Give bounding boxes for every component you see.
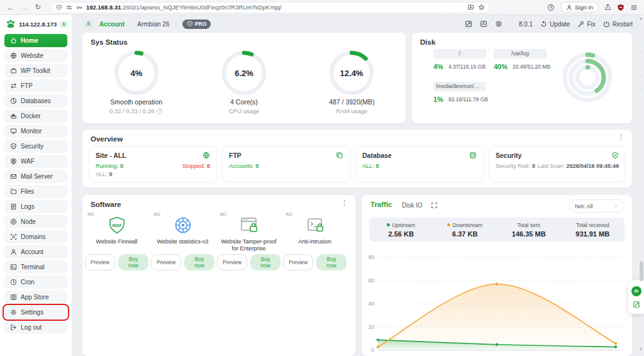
statistics-icon (174, 216, 192, 235)
wrench-icon (577, 21, 584, 28)
address-bar[interactable]: 192.168.8.31:26021/apsess_NQJEYkH9xU0dFe… (50, 2, 491, 13)
theme-sun-icon[interactable] (495, 20, 502, 28)
share-icon[interactable] (604, 4, 611, 11)
sidebar-item-security[interactable]: Security (4, 140, 67, 153)
update-button[interactable]: Update (540, 21, 570, 28)
browser-menu-icon[interactable] (630, 4, 638, 11)
buy-now-button[interactable]: Buy now (118, 254, 148, 270)
ad-label: AD (153, 211, 160, 217)
transfer-icon (10, 82, 17, 89)
preview-button[interactable]: Preview (151, 254, 181, 270)
svg-text:20: 20 (369, 324, 375, 330)
buy-now-button[interactable]: Buy now (250, 254, 280, 270)
sidebar-item-account[interactable]: Account (4, 245, 67, 259)
gauge-label: 487 / 3920(MB) (329, 98, 374, 106)
os-label: Armbian 26 (137, 21, 169, 28)
avatar[interactable] (84, 19, 94, 29)
preview-button[interactable]: Preview (217, 254, 247, 270)
site-settings-icon[interactable] (66, 4, 72, 11)
tab-disk-io[interactable]: Disk IO (402, 202, 423, 209)
sidebar-item-mail-server[interactable]: Mail Server (4, 170, 67, 183)
sidebar-item-cron[interactable]: Cron (4, 275, 67, 289)
account-link[interactable]: Account (99, 21, 125, 28)
shield-check-icon (611, 152, 619, 159)
pro-badge[interactable]: PRO (182, 19, 211, 29)
traffic-chart[interactable]: 806040200 (362, 247, 632, 356)
disk-usage-rings (561, 51, 614, 104)
gauge-0: 4%Smooth operation0.32 / 0.33 / 0.28? (82, 49, 190, 114)
net-interface-select[interactable]: Net: All (569, 199, 625, 213)
sidebar-item-ftp[interactable]: FTP (4, 79, 67, 92)
feedback-icon[interactable] (465, 20, 472, 28)
scrollbar-thumb[interactable] (640, 261, 643, 281)
reload-icon[interactable]: ↻ (34, 3, 42, 11)
buy-now-button[interactable]: Buy now (184, 254, 214, 270)
help-icon[interactable]: ? (157, 108, 163, 114)
sidebar-item-app-store[interactable]: App Store (4, 291, 67, 304)
tab-traffic[interactable]: Traffic (370, 201, 392, 208)
ad-label: AD (87, 211, 94, 217)
overview-ftp-card[interactable]: FTP Accounts:0 (222, 146, 350, 182)
sidebar-item-label: Domains (21, 233, 45, 240)
language-icon[interactable]: A (480, 20, 487, 28)
ai-assistant-button[interactable]: AI (631, 286, 641, 296)
sys-status-card: Sys Status 4%Smooth operation0.32 / 0.33… (82, 33, 406, 123)
sidebar-item-label: WAF (21, 158, 35, 165)
divider: | (175, 21, 176, 27)
buy-now-button[interactable]: Buy now (316, 254, 347, 270)
overview-kebab-menu-icon[interactable]: ⋮ (618, 134, 625, 141)
notification-badge[interactable]: 0 (60, 21, 67, 28)
disk-card: Disk /4%4.37/116.15 GB/var/log40%20.48/5… (412, 33, 632, 123)
site-security-icon[interactable] (56, 4, 62, 11)
aapanel-logo-icon[interactable] (6, 19, 16, 29)
expand-icon[interactable] (431, 202, 438, 209)
sidebar-item-waf[interactable]: WAF (4, 155, 67, 168)
back-icon[interactable]: ← (6, 4, 14, 11)
install-app-icon[interactable] (467, 4, 474, 11)
software-kebab-menu-icon[interactable]: ⋮ (341, 199, 348, 206)
scrollbar-down-arrow[interactable]: ▼ (639, 347, 643, 351)
ftp-accounts-stat: Accounts:0 (229, 163, 259, 169)
overview-site-card[interactable]: Site - ALL Running:0 Stopped:0 ALL:0 (89, 146, 217, 182)
restart-button[interactable]: Restart (603, 21, 633, 28)
logout-icon (10, 324, 17, 331)
preview-button[interactable]: Preview (283, 254, 313, 270)
sidebar-item-logs[interactable]: Logs (4, 200, 67, 213)
monitor-icon (10, 128, 17, 135)
sidebar-item-label: Files (21, 188, 34, 195)
sidebar-item-wp-toolkit[interactable]: WP Toolkit (4, 64, 67, 77)
sidebar-item-website[interactable]: Website (4, 49, 67, 62)
sign-in-button[interactable]: Sign in (560, 2, 599, 13)
bookmark-star-icon[interactable] (478, 4, 485, 11)
partition-usage: 92.16/111.79 GB (448, 96, 488, 103)
forward-icon[interactable]: → (20, 4, 28, 11)
feedback-report-icon[interactable] (633, 301, 640, 308)
sidebar-item-label: Monitor (21, 128, 42, 135)
pie-chart-icon (10, 97, 17, 104)
sidebar-item-databases[interactable]: Databases (4, 94, 67, 108)
overview-database-card[interactable]: Database ALL:0 (355, 146, 484, 182)
disk-title: Disk (420, 38, 435, 46)
sidebar-item-settings[interactable]: Settings (4, 306, 67, 319)
overview-security-card[interactable]: Security Security Risk:0 Last Scan:2026/… (489, 146, 626, 182)
gauges-row: 4%Smooth operation0.32 / 0.33 / 0.28?6.2… (82, 49, 406, 114)
preview-button[interactable]: Preview (85, 254, 115, 270)
sidebar-item-domains[interactable]: Domains (4, 230, 67, 243)
traffic-stat-value: 931.91 MB (561, 230, 625, 238)
scrollbar-up-arrow[interactable]: ▲ (639, 16, 643, 20)
sidebar-item-label: Website (21, 52, 43, 59)
svg-text:WAF: WAF (112, 223, 122, 228)
sidebar-item-docker[interactable]: Docker (4, 109, 67, 123)
sidebar-item-home[interactable]: Home (4, 34, 67, 47)
history-icon[interactable] (547, 4, 555, 11)
sidebar-item-monitor[interactable]: Monitor (4, 125, 67, 138)
sidebar-item-terminal[interactable]: Terminal (4, 260, 67, 274)
fix-button[interactable]: Fix (577, 21, 595, 28)
password-key-icon[interactable] (76, 4, 82, 11)
adblock-extension-icon[interactable] (617, 4, 625, 11)
sidebar-item-log-out[interactable]: Log out (4, 321, 67, 334)
sidebar-item-files[interactable]: Files (4, 185, 67, 198)
security-last-scan: Last Scan:2026/04/16 09:45:49 (538, 163, 619, 169)
sidebar-item-node[interactable]: Node (4, 215, 67, 228)
sidebar-item-label: App Store (21, 294, 48, 301)
